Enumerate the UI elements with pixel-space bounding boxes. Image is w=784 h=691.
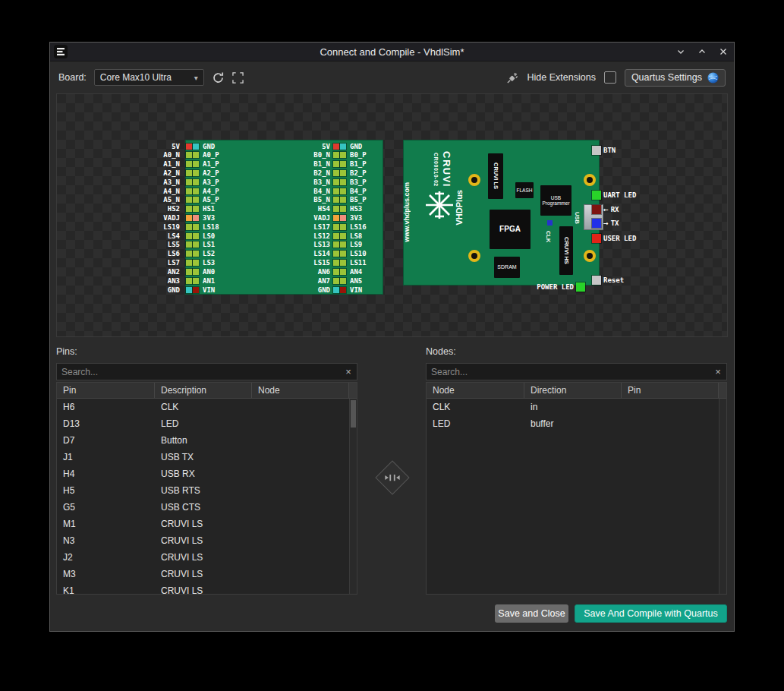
table-cell	[252, 399, 357, 415]
window-title: Connect and Compile - VhdlSim*	[50, 46, 734, 58]
table-cell: USB RTS	[155, 482, 252, 499]
table-cell: K1	[57, 582, 155, 595]
table-cell	[252, 482, 357, 499]
window-controls	[670, 43, 734, 61]
pins-search-input[interactable]	[57, 367, 340, 377]
board-indicator: →TX	[592, 219, 619, 228]
connect-and-compile-window: Connect and Compile - VhdlSim* Board: Co…	[49, 42, 735, 632]
column-header[interactable]: Node	[252, 383, 349, 398]
hide-extensions-checkbox[interactable]	[604, 71, 616, 84]
table-cell: G5	[57, 499, 155, 516]
table-cell: H5	[57, 482, 155, 499]
table-cell: J2	[57, 549, 155, 566]
table-cell: CRUVI LS	[155, 566, 252, 582]
indicator-label: UART LED	[603, 191, 636, 199]
indicator-label: TX	[611, 219, 619, 227]
table-row[interactable]: K1CRUVI LS	[57, 582, 357, 595]
table-row[interactable]: M1CRUVI LS	[57, 516, 357, 532]
table-cell: N3	[57, 532, 155, 549]
header-corner	[719, 383, 726, 398]
table-row[interactable]: G5USB CTS	[57, 499, 357, 516]
toolbar-right: Hide Extensions Quartus Settings	[506, 69, 726, 87]
pins-panel-title: Pins:	[56, 346, 77, 357]
table-row[interactable]: M3CRUVI LS	[57, 566, 357, 582]
table-cell	[252, 566, 357, 582]
table-row[interactable]: J1USB TX	[57, 449, 357, 465]
table-cell: CRUVI LS	[155, 582, 252, 595]
pins-table: PinDescriptionNodeH6CLKD13LEDD7ButtonJ1U…	[56, 382, 357, 595]
power-led-pad	[576, 282, 585, 292]
tx-pad	[592, 219, 601, 228]
pins-search: ×	[56, 363, 357, 380]
nodes-search-input[interactable]	[427, 367, 710, 377]
board-indicators: BTNUART LED←RX→TXUSER LEDReset	[57, 94, 727, 336]
table-row[interactable]: H6CLK	[57, 399, 357, 415]
board-select[interactable]: Core Max10 Ultra ▾	[94, 69, 204, 86]
table-cell	[252, 449, 357, 465]
table-cell	[252, 582, 357, 595]
nodes-table: NodeDirectionPinCLKinLEDbuffer	[426, 382, 727, 595]
table-row[interactable]: N3CRUVI LS	[57, 532, 357, 549]
table-row[interactable]: H5USB RTS	[57, 482, 357, 499]
titlebar[interactable]: Connect and Compile - VhdlSim*	[50, 43, 734, 62]
column-header[interactable]: Pin	[622, 383, 719, 398]
table-cell: CRUVI LS	[155, 516, 252, 532]
maximize-icon[interactable]	[691, 43, 713, 61]
board-indicator: Reset	[592, 276, 624, 285]
column-header[interactable]: Description	[155, 383, 252, 398]
table-cell: CLK	[155, 399, 252, 415]
minimize-icon[interactable]	[670, 43, 691, 61]
header-corner	[349, 383, 357, 398]
table-cell: D13	[57, 415, 155, 432]
table-cell: LED	[427, 415, 524, 432]
table-cell: M1	[57, 516, 155, 532]
table-cell: USB TX	[155, 449, 252, 465]
direction-arrow: ←	[603, 207, 609, 213]
table-cell: USB RX	[155, 465, 252, 482]
column-header[interactable]: Node	[427, 383, 524, 398]
table-cell: H6	[57, 399, 155, 415]
quartus-settings-button[interactable]: Quartus Settings	[625, 69, 726, 87]
clear-search-icon[interactable]: ×	[340, 366, 357, 377]
table-row[interactable]: D7Button	[57, 432, 357, 449]
table-row[interactable]: H4USB RX	[57, 465, 357, 482]
table-row[interactable]: D13LED	[57, 415, 357, 432]
connect-pin-node-button[interactable]	[377, 462, 408, 493]
table-cell	[622, 399, 726, 415]
table-cell	[622, 415, 726, 432]
clear-search-icon[interactable]: ×	[710, 366, 726, 377]
board-indicator: BTN	[592, 146, 616, 155]
table-cell	[252, 415, 357, 432]
indicator-label: BTN	[603, 147, 616, 154]
table-cell	[252, 499, 357, 516]
board-canvas[interactable]: 5VGND5VGNDA0_NA0_PB0_NB0_PA1_NA1_PB1_NB1…	[56, 93, 728, 337]
board-indicator: USER LED	[592, 234, 636, 243]
indicator-label: USER LED	[603, 235, 636, 242]
table-row[interactable]: J2CRUVI LS	[57, 549, 357, 566]
table-cell	[252, 465, 357, 482]
table-cell: H4	[57, 465, 155, 482]
close-icon[interactable]	[713, 43, 734, 61]
column-header[interactable]: Direction	[524, 383, 622, 398]
table-cell: J1	[57, 449, 155, 465]
board-select-value: Core Max10 Ultra	[100, 72, 194, 83]
nodes-search: ×	[426, 363, 727, 380]
fullscreen-icon[interactable]	[232, 72, 244, 84]
table-cell: CLK	[427, 399, 524, 415]
table-cell	[252, 532, 357, 549]
save-and-close-button[interactable]: Save and Close	[495, 604, 568, 623]
power-led-label: POWER LED	[537, 283, 574, 291]
connect-icon	[377, 462, 408, 493]
table-cell: Button	[155, 432, 252, 449]
chevron-down-icon: ▾	[194, 74, 198, 82]
toolbar: Board: Core Max10 Ultra ▾ Hide Extension…	[50, 62, 734, 93]
column-header[interactable]: Pin	[57, 383, 155, 398]
table-row[interactable]: CLKin	[427, 399, 726, 415]
refresh-icon[interactable]	[212, 71, 225, 84]
table-header: NodeDirectionPin	[427, 383, 726, 399]
table-row[interactable]: LEDbuffer	[427, 415, 726, 432]
direction-arrow: →	[603, 220, 609, 227]
table-cell: M3	[57, 566, 155, 582]
table-cell	[252, 549, 357, 566]
save-and-compile-button[interactable]: Save And Compile with Quartus	[575, 604, 727, 623]
